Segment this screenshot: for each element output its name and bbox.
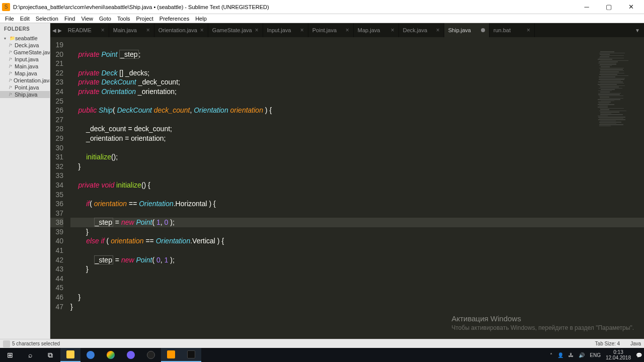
window-titlebar: S D:\project\sea_battle\src\com\evhenii\… xyxy=(0,0,644,14)
tab-nav-arrows[interactable]: ◀ ▶ xyxy=(50,23,64,37)
taskbar-app-explorer[interactable] xyxy=(60,348,80,362)
tray-language[interactable]: ENG xyxy=(590,352,601,358)
line-gutter: 1920212223242526272829303132333435363738… xyxy=(50,37,66,339)
tab[interactable]: GameState.java× xyxy=(208,23,263,37)
tab[interactable]: Input.java× xyxy=(263,23,308,37)
app-icon: S xyxy=(2,3,10,11)
menu-preferences[interactable]: Preferences xyxy=(156,16,192,22)
tab[interactable]: run.bat× xyxy=(490,23,535,37)
tab[interactable]: README× xyxy=(64,23,109,37)
tray-people-icon[interactable]: 👤 xyxy=(557,352,564,358)
tree-file[interactable]: /*Ship.java xyxy=(0,91,50,98)
start-button[interactable]: ⊞ xyxy=(0,348,20,362)
tree-root[interactable]: ▾📁seabattle xyxy=(0,35,50,42)
taskbar-app-sublime[interactable] xyxy=(161,348,181,362)
menu-project[interactable]: Project xyxy=(133,16,156,22)
tree-file[interactable]: /*Point.java xyxy=(0,84,50,91)
sidebar: FOLDERS ▾📁seabattle/*Deck.java/*GameStat… xyxy=(0,23,50,339)
minimize-button[interactable]: ─ xyxy=(576,0,598,14)
system-tray[interactable]: ˄ 👤 🖧 🔊 ENG 0:1312.04.2018 💬 xyxy=(550,349,644,360)
status-tab-size[interactable]: Tab Size: 4 xyxy=(595,341,620,346)
tab-bar: ◀ ▶ README×Main.java×Orientation.java×Ga… xyxy=(50,23,644,37)
tab-overflow-button[interactable]: ▼ xyxy=(631,23,644,37)
tab[interactable]: Map.java× xyxy=(354,23,399,37)
menu-find[interactable]: Find xyxy=(61,16,78,22)
tab[interactable]: Point.java× xyxy=(308,23,354,37)
tree-file[interactable]: /*Orientation.java xyxy=(0,77,50,84)
tray-notifications-icon[interactable]: 💬 xyxy=(636,352,642,358)
code-area[interactable]: private Point _step; private Deck [] _de… xyxy=(66,37,644,339)
menu-goto[interactable]: Goto xyxy=(96,16,114,22)
status-syntax[interactable]: Java xyxy=(630,341,641,346)
menu-edit[interactable]: Edit xyxy=(17,16,33,22)
tab[interactable]: Main.java× xyxy=(109,23,154,37)
tree-file[interactable]: /*Deck.java xyxy=(0,42,50,49)
tab[interactable]: Orientation.java× xyxy=(154,23,208,37)
folder-tree: ▾📁seabattle/*Deck.java/*GameState.java/*… xyxy=(0,35,50,98)
editor[interactable]: 1920212223242526272829303132333435363738… xyxy=(50,37,644,339)
status-selection: 5 characters selected xyxy=(12,341,60,346)
tray-network-icon[interactable]: 🖧 xyxy=(569,352,574,358)
windows-taskbar: ⊞ ⌕ ⧉ ˄ 👤 🖧 🔊 ENG 0:1312.04.2018 💬 xyxy=(0,348,644,362)
tab[interactable]: Deck.java× xyxy=(399,23,444,37)
taskbar-app-terminal[interactable] xyxy=(181,348,201,362)
tray-clock[interactable]: 0:1312.04.2018 xyxy=(606,349,631,360)
task-view-button[interactable]: ⧉ xyxy=(40,348,60,362)
close-button[interactable]: ✕ xyxy=(620,0,642,14)
taskbar-app-viber[interactable] xyxy=(121,348,141,362)
taskbar-app-obs[interactable] xyxy=(141,348,161,362)
status-panel-icon[interactable] xyxy=(3,340,10,347)
menu-help[interactable]: Help xyxy=(192,16,210,22)
search-button[interactable]: ⌕ xyxy=(20,348,40,362)
tree-file[interactable]: /*Input.java xyxy=(0,56,50,63)
maximize-button[interactable]: ▢ xyxy=(598,0,620,14)
menu-file[interactable]: File xyxy=(2,16,17,22)
menu-selection[interactable]: Selection xyxy=(33,16,61,22)
status-bar: 5 characters selected Tab Size: 4 Java xyxy=(0,339,644,348)
sidebar-header: FOLDERS xyxy=(0,23,50,35)
menubar: FileEditSelectionFindViewGotoToolsProjec… xyxy=(0,14,644,23)
tree-file[interactable]: /*GameState.java xyxy=(0,49,50,56)
menu-tools[interactable]: Tools xyxy=(114,16,133,22)
taskbar-app-1[interactable] xyxy=(80,348,101,362)
taskbar-app-chrome[interactable] xyxy=(101,348,121,362)
tray-volume-icon[interactable]: 🔊 xyxy=(579,352,585,358)
window-title: D:\project\sea_battle\src\com\evhenii\se… xyxy=(13,4,269,10)
menu-view[interactable]: View xyxy=(78,16,96,22)
tray-chevron-icon[interactable]: ˄ xyxy=(550,352,552,358)
tree-file[interactable]: /*Map.java xyxy=(0,70,50,77)
tab[interactable]: Ship.java xyxy=(444,23,490,37)
tree-file[interactable]: /*Main.java xyxy=(0,63,50,70)
